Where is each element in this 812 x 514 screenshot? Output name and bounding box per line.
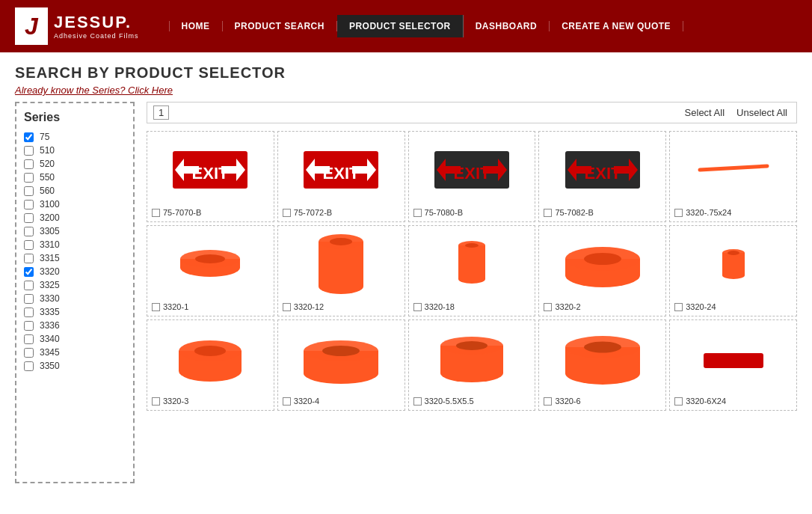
product-checkbox-icon[interactable] <box>674 303 683 311</box>
product-card[interactable]: 3320-2 <box>538 225 666 316</box>
series-item[interactable]: 3336 <box>16 319 133 332</box>
svg-point-26 <box>330 238 352 245</box>
series-checkbox[interactable] <box>24 173 34 183</box>
series-checkbox[interactable] <box>24 348 34 358</box>
select-all-button[interactable]: Select All <box>682 105 728 120</box>
product-card[interactable]: 3320-6 <box>538 319 666 411</box>
product-card[interactable]: 3320-1 <box>147 225 274 316</box>
product-checkbox-icon[interactable] <box>413 303 422 311</box>
series-checkbox[interactable] <box>24 240 34 250</box>
series-item[interactable]: 3350 <box>16 359 133 373</box>
series-checkbox[interactable] <box>24 186 34 196</box>
series-item[interactable]: 3200 <box>16 211 133 224</box>
product-checkbox-icon[interactable] <box>152 397 160 406</box>
nav-item-dashboard[interactable]: DASHBOARD <box>464 21 550 31</box>
product-checkbox-icon[interactable] <box>152 303 160 311</box>
series-checkbox[interactable] <box>24 227 34 236</box>
series-checkbox[interactable] <box>24 267 34 277</box>
product-checkbox-icon[interactable] <box>544 303 552 311</box>
product-card[interactable]: 3320-24 <box>669 225 797 316</box>
page-title: SEARCH BY PRODUCT SELECTOR <box>15 64 797 82</box>
series-checkbox[interactable] <box>24 321 34 331</box>
product-image <box>413 325 531 392</box>
series-label: 3325 <box>40 280 60 290</box>
product-id: 3320-5.5X5.5 <box>425 397 474 406</box>
series-label: 3100 <box>40 199 60 209</box>
series-item[interactable]: 3335 <box>16 305 133 319</box>
series-checkbox[interactable] <box>24 361 34 371</box>
series-item[interactable]: 3305 <box>16 224 133 238</box>
series-item[interactable]: 3325 <box>16 278 133 292</box>
series-label: 550 <box>40 172 55 183</box>
product-card[interactable]: 3320-6X24 <box>669 319 797 411</box>
series-checkbox[interactable] <box>24 132 34 142</box>
product-image <box>283 230 400 298</box>
series-label: 3305 <box>40 226 60 236</box>
series-title: Series <box>16 111 133 130</box>
product-checkbox-icon[interactable] <box>674 209 683 217</box>
product-id: 75-7072-B <box>294 208 332 217</box>
product-id: 3320-18 <box>425 302 455 311</box>
product-checkbox-icon[interactable] <box>674 397 683 406</box>
unselect-all-button[interactable]: Unselect All <box>733 105 790 120</box>
product-id: 3320-24 <box>686 302 716 311</box>
product-checkbox-icon[interactable] <box>283 209 291 217</box>
series-item[interactable]: 3315 <box>16 251 133 265</box>
product-checkbox-icon[interactable] <box>413 397 422 406</box>
already-know-link[interactable]: Already know the Series? Click Here <box>15 85 173 96</box>
series-checkbox[interactable] <box>24 159 34 169</box>
series-label: 3335 <box>40 307 60 317</box>
product-card[interactable]: 3320-18 <box>408 225 536 316</box>
product-checkbox-icon[interactable] <box>283 397 291 406</box>
product-card[interactable]: EXIT 75-7082-B <box>538 131 666 222</box>
product-id: 75-7070-B <box>163 208 201 217</box>
series-checkbox[interactable] <box>24 200 34 209</box>
product-card[interactable]: 3320-5.5X5.5 <box>408 319 536 411</box>
series-checkbox[interactable] <box>24 213 34 223</box>
series-sidebar[interactable]: Series 755105205505603100320033053310331… <box>15 102 135 483</box>
series-item[interactable]: 3320 <box>16 265 133 278</box>
series-checkbox[interactable] <box>24 334 34 344</box>
series-checkbox[interactable] <box>24 294 34 304</box>
product-card[interactable]: EXIT 75-7072-B <box>277 131 405 222</box>
product-grid: EXIT 75-7070-B EXIT 75-7072-B EXIT 75-70… <box>147 131 797 411</box>
product-checkbox-icon[interactable] <box>544 209 552 217</box>
product-label: 75-7070-B <box>152 208 269 217</box>
series-item[interactable]: 3345 <box>16 346 133 359</box>
nav-item-create-a-new-quote[interactable]: CREATE A NEW QUOTE <box>550 21 683 31</box>
product-card[interactable]: 3320-12 <box>277 225 405 316</box>
series-label: 3330 <box>40 293 60 304</box>
series-item[interactable]: 75 <box>16 130 133 144</box>
product-card[interactable]: EXIT 75-7070-B <box>147 131 274 222</box>
product-card[interactable]: 3320-.75x24 <box>669 131 797 222</box>
series-checkbox[interactable] <box>24 254 34 263</box>
series-item[interactable]: 510 <box>16 144 133 157</box>
series-item[interactable]: 560 <box>16 184 133 198</box>
nav-item-home[interactable]: HOME <box>169 21 223 31</box>
series-item[interactable]: 3310 <box>16 238 133 251</box>
product-image <box>152 230 269 298</box>
product-checkbox-icon[interactable] <box>283 303 291 311</box>
series-checkbox[interactable] <box>24 146 34 156</box>
series-item[interactable]: 3340 <box>16 332 133 346</box>
product-card[interactable]: 3320-4 <box>277 319 405 411</box>
series-label: 3320 <box>40 266 60 277</box>
series-item[interactable]: 3330 <box>16 292 133 305</box>
series-item[interactable]: 3100 <box>16 198 133 211</box>
svg-line-18 <box>700 166 767 170</box>
product-card[interactable]: EXIT 75-7080-B <box>408 131 536 222</box>
product-checkbox-icon[interactable] <box>413 209 422 217</box>
product-checkbox-icon[interactable] <box>152 209 160 217</box>
series-item[interactable]: 520 <box>16 157 133 171</box>
nav-item-product-selector[interactable]: PRODUCT SELECTOR <box>337 15 464 37</box>
series-item[interactable]: 550 <box>16 171 133 184</box>
page-header: SEARCH BY PRODUCT SELECTOR Already know … <box>0 52 812 102</box>
series-checkbox[interactable] <box>24 281 34 290</box>
product-card[interactable]: 3320-3 <box>147 319 274 411</box>
series-checkbox[interactable] <box>24 308 34 317</box>
nav-item-product-search[interactable]: PRODUCT SEARCH <box>223 21 337 31</box>
product-id: 3320-1 <box>163 302 188 311</box>
product-checkbox-icon[interactable] <box>544 397 552 406</box>
series-label: 3350 <box>40 361 60 371</box>
product-id: 3320-12 <box>294 302 324 311</box>
